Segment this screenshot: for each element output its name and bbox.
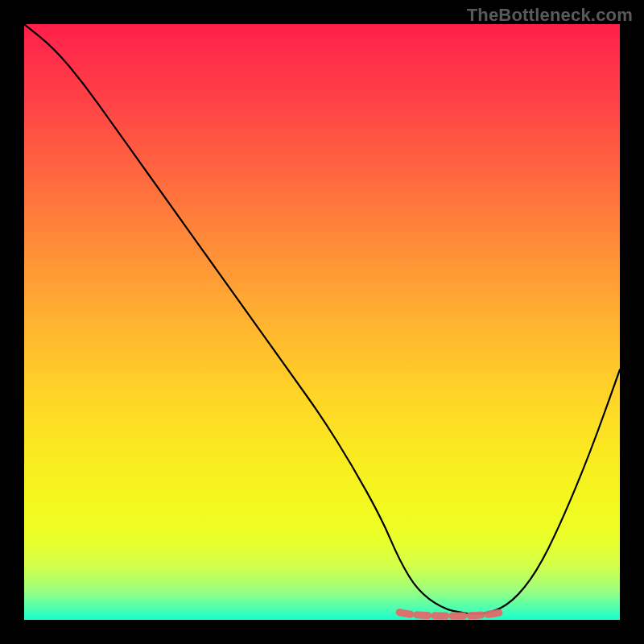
- chart-svg: [24, 24, 620, 620]
- plot-area: [24, 24, 620, 620]
- chart-frame: TheBottleneck.com: [0, 0, 644, 644]
- bottleneck-curve: [24, 24, 620, 614]
- watermark-text: TheBottleneck.com: [467, 5, 633, 26]
- optimum-highlight: [399, 613, 501, 617]
